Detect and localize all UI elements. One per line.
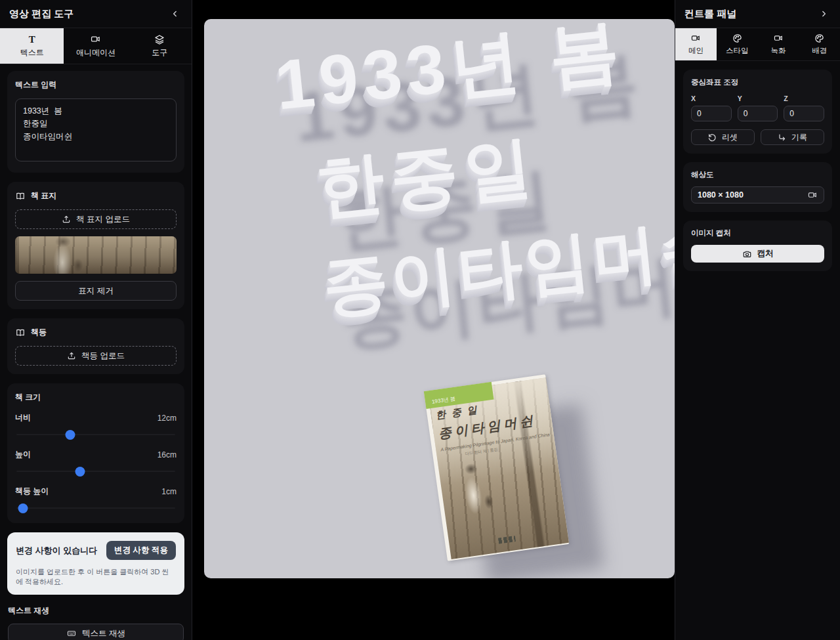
left-panel-header: 영상 편집 도구 [0, 0, 192, 28]
play-text-button[interactable]: 텍스트 재생 [8, 624, 184, 640]
capture-button[interactable]: 캡처 [691, 245, 824, 263]
tab-style[interactable]: 스타일 [717, 28, 758, 60]
coord-y-input[interactable] [738, 106, 778, 121]
right-panel-title: 컨트롤 패널 [684, 8, 736, 20]
3d-scene-canvas[interactable]: 1933년 봄 한중일 종이타임머쉰 1933년 봄 한중일 종이타임머쉰 A … [204, 19, 675, 578]
height-slider-thumb[interactable] [75, 467, 85, 477]
coord-z-input[interactable] [784, 106, 824, 121]
palette-icon [814, 33, 824, 43]
scene-text-line3: 종이타임머쉰 [320, 213, 675, 320]
text-input-card: 텍스트 입력 1933년 봄 한중일 종이타임머쉰 [7, 71, 184, 173]
book-spine-header: 책등 [15, 327, 177, 338]
book-cover-title: 책 표지 [31, 190, 56, 202]
right-panel-header: 컨트롤 패널 [675, 0, 840, 28]
video-camera-icon [90, 34, 101, 45]
chevron-right-icon [819, 9, 828, 18]
spine-height-row: 책등 높이 1cm [15, 486, 177, 497]
record-label: 기록 [791, 132, 807, 143]
open-book-icon [15, 328, 26, 337]
height-row: 높이 16cm [15, 449, 177, 460]
corner-arrow-icon [778, 133, 786, 142]
tab-tools[interactable]: 도구 [128, 28, 192, 64]
resolution-value: 1080 × 1080 [698, 190, 744, 200]
scene-text-line1: 1933년 봄 [272, 19, 675, 120]
scene-3d-text: 1933년 봄 한중일 종이타임머쉰 [222, 19, 675, 328]
rotate-ccw-icon [708, 133, 717, 142]
changes-notice-description: 이미지를 업로드한 후 이 버튼을 클릭하여 3D 씬에 적용하세요. [16, 567, 176, 587]
coord-z-label: Z [784, 95, 824, 102]
tab-text[interactable]: T 텍스트 [0, 28, 64, 64]
text-input-label: 텍스트 입력 [15, 79, 177, 91]
tab-background[interactable]: 배경 [799, 28, 840, 60]
3d-book-model[interactable]: 1933년 봄 한중일 종이타임머쉰 A Papermaking Pilgrim… [424, 374, 570, 561]
height-value: 16cm [158, 450, 177, 459]
book-cover-thumbnail[interactable] [15, 236, 177, 274]
upload-book-spine-button[interactable]: 책등 업로드 [15, 346, 177, 366]
text-playback-section: 텍스트 재생 텍스트 재생 재생 속도 1.0x 키보드 소리 [7, 604, 184, 640]
left-panel-content: 텍스트 입력 1933년 봄 한중일 종이타임머쉰 책 표지 책 표지 업로드 … [0, 64, 192, 640]
tab-animation-label: 애니메이션 [76, 47, 116, 58]
text-icon: T [29, 34, 35, 45]
video-camera-icon [807, 190, 818, 200]
book-cover-card: 책 표지 책 표지 업로드 표지 제거 [7, 182, 184, 309]
left-tabbar: T 텍스트 애니메이션 도구 [0, 28, 192, 64]
record-coord-button[interactable]: 기록 [761, 129, 824, 145]
center-coord-title: 중심좌표 조정 [691, 77, 824, 87]
width-slider-thumb[interactable] [66, 430, 75, 440]
collapse-left-panel-button[interactable] [168, 7, 182, 21]
reset-label: 리셋 [722, 132, 738, 143]
tab-record[interactable]: 녹화 [758, 28, 799, 60]
text-playback-title: 텍스트 재생 [8, 605, 184, 616]
book-size-title: 책 크기 [15, 392, 177, 403]
chevron-left-icon [171, 9, 180, 18]
coord-x-input[interactable] [691, 106, 732, 121]
video-camera-icon [690, 33, 701, 43]
left-panel-title: 영상 편집 도구 [9, 8, 74, 20]
width-slider[interactable] [16, 429, 175, 440]
tab-main[interactable]: 메인 [675, 28, 717, 60]
tab-tools-label: 도구 [152, 47, 167, 58]
spine-height-slider[interactable] [16, 503, 175, 513]
photo-camera-icon [742, 249, 752, 259]
center-coord-card: 중심좌표 조정 X Y Z 리셋 [683, 70, 832, 154]
scene-text-line2: 한중일 [313, 113, 675, 222]
capture-label: 캡처 [757, 248, 774, 259]
slider-track [16, 471, 175, 472]
book-size-card: 책 크기 너비 12cm 높이 16cm 책등 높이 1cm [7, 383, 184, 523]
collapse-right-panel-button[interactable] [816, 7, 831, 21]
width-value: 12cm [158, 414, 177, 423]
remove-cover-label: 표지 제거 [78, 286, 113, 297]
video-camera-icon [773, 33, 784, 43]
book-cover-header: 책 표지 [15, 190, 177, 202]
text-input-field[interactable]: 1933년 봄 한중일 종이타임머쉰 [15, 98, 177, 161]
spine-height-value: 1cm [161, 487, 177, 496]
height-slider[interactable] [16, 466, 175, 477]
tab-style-label: 스타일 [726, 46, 749, 56]
coord-z: Z [784, 95, 824, 121]
keyboard-icon [66, 629, 77, 638]
video-edit-tool-panel: 영상 편집 도구 T 텍스트 애니메이션 도구 텍스트 입력 1933 [0, 0, 192, 640]
spine-height-slider-thumb[interactable] [18, 503, 28, 513]
tab-main-label: 메인 [688, 46, 704, 56]
image-capture-card: 이미지 캡처 캡처 [683, 221, 832, 271]
height-label: 높이 [15, 449, 31, 460]
width-label: 너비 [15, 412, 31, 423]
upload-book-spine-label: 책등 업로드 [81, 351, 125, 362]
slider-track [16, 434, 175, 435]
open-book-icon [15, 192, 26, 201]
book-spine-title: 책등 [31, 327, 47, 338]
coord-x-label: X [691, 95, 732, 102]
upload-book-cover-button[interactable]: 책 표지 업로드 [15, 209, 177, 229]
tab-animation[interactable]: 애니메이션 [64, 28, 127, 64]
coord-y: Y [738, 95, 778, 121]
right-tabbar: 메인 스타일 녹화 배경 [675, 28, 840, 61]
image-capture-title: 이미지 캡처 [691, 228, 824, 238]
apply-changes-button[interactable]: 변경 사항 적용 [106, 541, 176, 560]
tab-background-label: 배경 [812, 46, 827, 56]
resolution-title: 해상도 [691, 170, 824, 180]
resolution-select[interactable]: 1080 × 1080 [691, 186, 824, 203]
reset-button[interactable]: 리셋 [691, 129, 755, 145]
remove-cover-button[interactable]: 표지 제거 [15, 281, 177, 301]
tab-text-label: 텍스트 [20, 47, 44, 58]
tab-record-label: 녹화 [770, 46, 786, 56]
